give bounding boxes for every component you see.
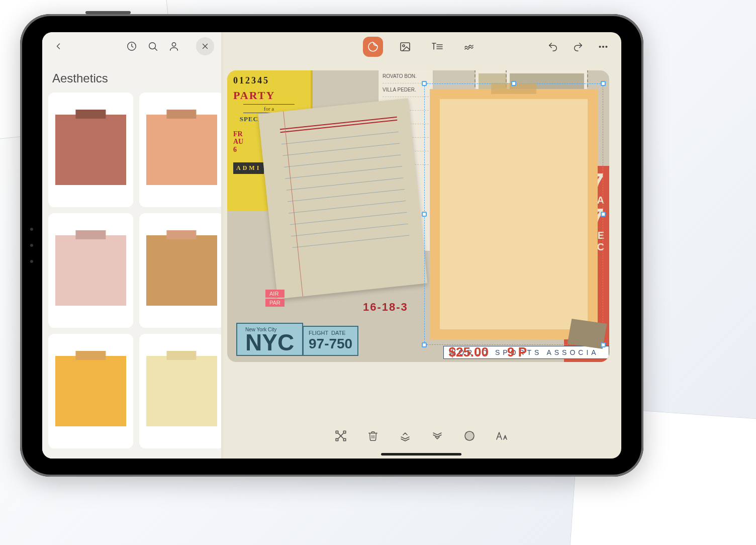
tool-sticker[interactable] (363, 37, 383, 57)
more-button[interactable] (593, 37, 613, 57)
close-panel-button[interactable] (196, 37, 214, 55)
swatch-tape (76, 351, 106, 360)
svg-point-11 (599, 46, 601, 48)
canvas-wrap: 012345 PARTY for a SPECIAL EVENT FRAU6 A… (221, 61, 621, 459)
selection-toolbar (332, 427, 510, 444)
back-button[interactable] (49, 37, 67, 55)
resize-handle-tr[interactable] (601, 81, 606, 86)
undo-button[interactable] (543, 37, 563, 57)
resize-handle-rm[interactable] (601, 212, 606, 217)
swatch-tape (167, 351, 197, 360)
swatch-tape (167, 110, 197, 119)
svg-rect-15 (343, 431, 345, 433)
svg-rect-6 (401, 43, 410, 51)
svg-point-1 (149, 43, 156, 49)
swatch-preview (146, 115, 217, 186)
resize-handle-br[interactable] (601, 342, 606, 347)
sticker-swatch-terracotta[interactable] (48, 93, 133, 207)
swatch-preview (146, 235, 217, 306)
history-icon[interactable] (123, 37, 141, 55)
sidebar-title: Aesthetics (42, 60, 221, 93)
device-frame: Aesthetics (20, 14, 643, 477)
sticker-swatch-blush[interactable] (48, 213, 133, 328)
resize-handle-lm[interactable] (422, 212, 427, 217)
svg-rect-21 (465, 432, 474, 440)
delete-button[interactable] (364, 427, 382, 444)
speaker-dots (30, 228, 33, 263)
sticker-inner (440, 99, 588, 329)
collage-flight-card: FLIGHT DATE 97-750 (303, 326, 358, 356)
main-area: 012345 PARTY for a SPECIAL EVENT FRAU6 A… (221, 32, 621, 459)
swatch-tape (167, 230, 197, 239)
hardware-button (85, 11, 131, 14)
swatch-tape (76, 110, 106, 119)
resize-handle-tm[interactable] (511, 81, 516, 86)
sticker-swatch-cream[interactable] (139, 334, 221, 448)
tool-text[interactable] (427, 37, 447, 57)
collage-corner-text: 9 P (507, 344, 527, 360)
swatch-preview (55, 356, 126, 427)
sticker-grid (42, 93, 221, 459)
swatch-tape (76, 230, 106, 239)
home-indicator (381, 453, 461, 456)
top-toolbar (221, 32, 621, 61)
resize-handle-bl[interactable] (422, 342, 427, 347)
redo-button[interactable] (568, 37, 588, 57)
swatch-preview (55, 115, 126, 186)
swatch-preview (146, 356, 217, 427)
sidebar-toolbar (42, 32, 221, 60)
resize-handle-tl[interactable] (422, 81, 427, 86)
sticker-swatch-peach[interactable] (139, 93, 221, 207)
layer-up-button[interactable] (397, 427, 414, 444)
collage-price: $25.00 (448, 344, 489, 360)
screen: Aesthetics (42, 32, 621, 459)
collage-notepaper (258, 98, 427, 299)
search-icon[interactable] (144, 37, 162, 55)
collage-par-tag: PAR (265, 299, 285, 307)
swatch-preview (55, 235, 126, 306)
mask-button[interactable] (461, 427, 478, 444)
tool-draw[interactable] (459, 37, 480, 57)
svg-rect-14 (336, 431, 338, 433)
tool-image[interactable] (395, 37, 415, 57)
sticker-swatch-tan[interactable] (139, 213, 221, 328)
collage-air-tag: AIR (265, 290, 285, 298)
page-canvas[interactable]: 012345 PARTY for a SPECIAL EVENT FRAU6 A… (227, 70, 609, 362)
svg-point-7 (403, 45, 405, 47)
svg-rect-17 (343, 438, 345, 440)
selected-sticker[interactable] (424, 83, 603, 345)
svg-point-13 (606, 46, 607, 48)
ungroup-button[interactable] (332, 427, 349, 444)
svg-line-2 (155, 48, 157, 50)
svg-point-12 (603, 46, 604, 48)
collage-code: 16-18-3 (363, 301, 408, 314)
profile-icon[interactable] (165, 37, 183, 55)
text-style-button[interactable] (493, 427, 510, 444)
sticker-sidebar: Aesthetics (42, 32, 221, 459)
svg-point-3 (172, 43, 175, 46)
layer-down-button[interactable] (429, 427, 446, 444)
sticker-swatch-amber[interactable] (48, 334, 133, 448)
svg-rect-16 (336, 438, 338, 440)
collage-nyc-card: New York City NYC (236, 323, 303, 356)
